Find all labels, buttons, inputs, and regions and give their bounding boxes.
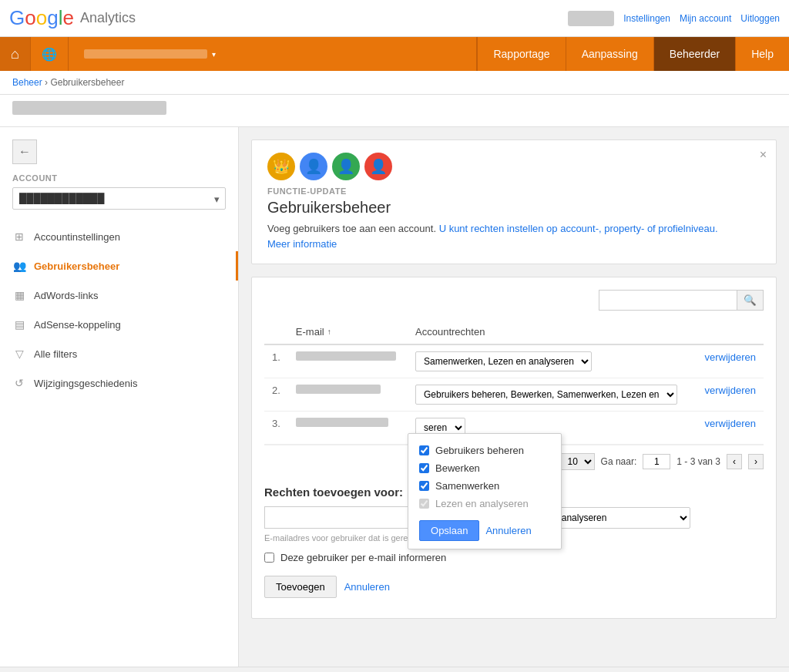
col-rights-header: Accountrechten bbox=[408, 320, 694, 344]
col-num bbox=[264, 320, 288, 344]
row-3-permission: seren Gebruikers beheren bbox=[408, 412, 694, 445]
email-notify-label: Deze gebruiker per e-mail informeren bbox=[280, 552, 446, 563]
table-row: 3. seren bbox=[264, 412, 764, 445]
table-header-row: E-mail ↑ Accountrechten bbox=[264, 320, 764, 344]
page-range: 1 - 3 van 3 bbox=[677, 456, 720, 467]
table-row: 1. Samenwerken, Lezen en analyseren verw… bbox=[264, 344, 764, 378]
popup-save-button[interactable]: Opslaan bbox=[419, 520, 479, 541]
checkbox-bewerken[interactable] bbox=[419, 463, 429, 473]
nav-links: Rapportage Aanpassing Beheerder Help bbox=[477, 37, 789, 71]
sidebar-item-adsense[interactable]: ▤ AdSense-koppeling bbox=[0, 310, 238, 339]
header: Google Analytics Instellingen Mijn accou… bbox=[0, 0, 789, 37]
option-gebruikers-beheren: Gebruikers beheren bbox=[419, 442, 550, 459]
nav-beheerder[interactable]: Beheerder bbox=[653, 37, 735, 71]
main-layout: ← ACCOUNT ████████████ ⊞ Accountinstelli… bbox=[0, 127, 789, 667]
instellingen-link[interactable]: Instellingen bbox=[623, 13, 670, 24]
search-bar: 🔍 bbox=[264, 290, 764, 311]
feature-title: Gebruikersbeheer bbox=[267, 199, 760, 217]
dropdown-popup: Gebruikers beheren Bewerken Samenwerken bbox=[408, 433, 562, 549]
email-blurred bbox=[296, 351, 396, 361]
option-samenwerken: Samenwerken bbox=[419, 477, 550, 495]
close-icon[interactable]: × bbox=[760, 148, 767, 162]
col-email-header[interactable]: E-mail ↑ bbox=[288, 320, 408, 344]
sidebar: ← ACCOUNT ████████████ ⊞ Accountinstelli… bbox=[0, 127, 239, 667]
wijzigingen-icon: ↺ bbox=[12, 376, 26, 390]
add-actions: Toevoegen Annuleren bbox=[264, 576, 764, 598]
uitloggen-link[interactable]: Uitloggen bbox=[740, 13, 780, 24]
feature-desc-link-text: U kunt rechten instellen op account-, pr… bbox=[439, 223, 718, 234]
gebruikersbeheer-icon: 👥 bbox=[12, 259, 26, 273]
row-1-num: 1. bbox=[264, 344, 288, 378]
nav-globe-button[interactable]: 🌐 bbox=[31, 37, 69, 71]
navbar: ⌂ 🌐 ▾ Rapportage Aanpassing Beheerder He… bbox=[0, 37, 789, 71]
sidebar-item-label-gebruikersbeheer: Gebruikersbeheer bbox=[34, 260, 119, 272]
popup-actions: Opslaan Annuleren bbox=[419, 520, 550, 541]
cancel-button[interactable]: Annuleren bbox=[344, 581, 390, 593]
back-button[interactable]: ← bbox=[12, 139, 37, 164]
row-3-num: 3. bbox=[264, 412, 288, 445]
option-label: Lezen en analyseren bbox=[435, 498, 529, 509]
checkbox-samenwerken[interactable] bbox=[419, 481, 429, 491]
sidebar-item-label-filters: Alle filters bbox=[34, 348, 77, 360]
row-3-remove-link[interactable]: verwijderen bbox=[705, 418, 756, 429]
table-row: 2. Gebruikers beheren, Bewerken, Samenwe… bbox=[264, 378, 764, 412]
header-links: Instellingen Mijn account Uitloggen bbox=[568, 11, 780, 26]
sidebar-item-label-adwords: AdWords-links bbox=[34, 290, 99, 301]
row-1-email bbox=[288, 344, 408, 378]
sidebar-item-adwords[interactable]: ▦ AdWords-links bbox=[0, 281, 238, 310]
footer: © 2013 Google | Analytics Startpagina | … bbox=[0, 667, 789, 672]
filters-icon: ▽ bbox=[12, 347, 26, 361]
icon-user-green: 👤 bbox=[332, 153, 360, 180]
option-label: Gebruikers beheren bbox=[435, 445, 524, 456]
checkbox-lezen[interactable] bbox=[419, 499, 429, 509]
search-input[interactable] bbox=[599, 290, 737, 311]
nav-rapportage[interactable]: Rapportage bbox=[477, 37, 565, 71]
prev-page-button[interactable]: ‹ bbox=[727, 454, 742, 469]
chevron-down-icon: ▾ bbox=[212, 50, 216, 59]
row-2-remove-link[interactable]: verwijderen bbox=[705, 385, 756, 396]
search-button[interactable]: 🔍 bbox=[737, 290, 764, 311]
row-2-actions: verwijderen bbox=[695, 378, 764, 412]
row-1-remove-link[interactable]: verwijderen bbox=[705, 351, 756, 363]
feature-desc-link[interactable]: U kunt rechten instellen op account-, pr… bbox=[439, 223, 718, 234]
goto-input[interactable] bbox=[643, 454, 670, 469]
row-2-permission-select[interactable]: Gebruikers beheren, Bewerken, Samenwerke… bbox=[415, 385, 677, 405]
nav-aanpassing[interactable]: Aanpassing bbox=[566, 37, 653, 71]
icon-admin: 👑 bbox=[267, 153, 295, 180]
row-2-permission: Gebruikers beheren, Bewerken, Samenwerke… bbox=[408, 378, 694, 412]
meer-informatie-link[interactable]: Meer informatie bbox=[267, 238, 337, 250]
feature-banner: × 👑 👤 👤 👤 FUNCTIE-UPDATE Gebruikersbehee… bbox=[251, 139, 777, 264]
icon-user-red: 👤 bbox=[364, 153, 392, 180]
home-icon: ⌂ bbox=[11, 46, 19, 62]
nav-property-selector[interactable]: ▾ bbox=[69, 37, 478, 71]
sidebar-item-accountinstellingen[interactable]: ⊞ Accountinstellingen bbox=[0, 222, 238, 251]
nav-home-button[interactable]: ⌂ bbox=[0, 37, 31, 71]
row-1-permission-select[interactable]: Samenwerken, Lezen en analyseren bbox=[415, 351, 592, 371]
email-notify-checkbox[interactable] bbox=[264, 553, 274, 563]
option-bewerken: Bewerken bbox=[419, 459, 550, 477]
avatar bbox=[568, 11, 614, 26]
sidebar-item-filters[interactable]: ▽ Alle filters bbox=[0, 339, 238, 368]
page-title-blurred bbox=[12, 101, 166, 115]
adwords-icon: ▦ bbox=[12, 288, 26, 302]
feature-desc-text: Voeg gebruikers toe aan een account. bbox=[267, 223, 436, 234]
row-2-num: 2. bbox=[264, 378, 288, 412]
next-page-button[interactable]: › bbox=[748, 454, 764, 469]
feature-icons: 👑 👤 👤 👤 bbox=[267, 153, 760, 180]
sidebar-item-wijzigingen[interactable]: ↺ Wijzigingsgeschiedenis bbox=[0, 368, 238, 398]
popup-cancel-button[interactable]: Annuleren bbox=[485, 520, 531, 541]
checkbox-gebruikers-beheren[interactable] bbox=[419, 445, 429, 455]
row-2-email bbox=[288, 378, 408, 412]
breadcrumb: Beheer › Gebruikersbeheer bbox=[0, 71, 789, 95]
mijn-account-link[interactable]: Mijn account bbox=[680, 13, 731, 24]
nav-help[interactable]: Help bbox=[735, 37, 789, 71]
breadcrumb-beheer[interactable]: Beheer bbox=[12, 77, 42, 88]
icon-user-blue: 👤 bbox=[300, 153, 327, 180]
add-button[interactable]: Toevoegen bbox=[264, 576, 337, 598]
per-page-select[interactable]: 10 25 50 bbox=[561, 453, 595, 470]
goto-label: Ga naar: bbox=[601, 456, 637, 467]
account-selector[interactable]: ████████████ bbox=[12, 187, 226, 210]
row-3-email bbox=[288, 412, 408, 445]
account-dropdown[interactable]: ████████████ bbox=[12, 187, 226, 210]
sidebar-item-gebruikersbeheer[interactable]: 👥 Gebruikersbeheer bbox=[0, 251, 238, 281]
